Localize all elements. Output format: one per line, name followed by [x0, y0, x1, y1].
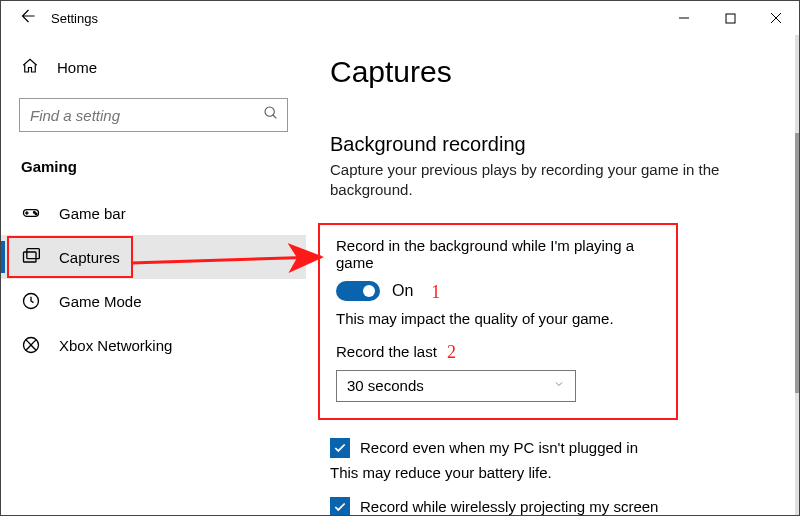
record-bg-toggle[interactable] [336, 281, 380, 301]
record-plugged-note: This may reduce your battery life. [330, 464, 775, 481]
svg-point-7 [34, 211, 36, 213]
sidebar-item-captures[interactable]: Captures [1, 235, 306, 279]
sidebar-item-xbox-networking[interactable]: Xbox Networking [1, 323, 306, 367]
close-button[interactable] [753, 3, 799, 33]
annotation-callout-1: 1 [431, 282, 440, 303]
minimize-icon [678, 12, 690, 24]
impact-note: This may impact the quality of your game… [336, 310, 660, 327]
background-recording-desc: Capture your previous plays by recording… [330, 160, 760, 201]
svg-point-8 [35, 213, 37, 215]
svg-rect-10 [27, 249, 40, 259]
xbox-icon [21, 335, 41, 355]
checkmark-icon [333, 441, 347, 455]
record-bg-label: Record in the background while I'm playi… [336, 237, 660, 271]
annotation-callout-2: 2 [447, 342, 456, 362]
game-mode-icon [21, 291, 41, 311]
record-plugged-row: Record even when my PC isn't plugged in [330, 438, 775, 458]
nav-home-label: Home [57, 59, 97, 76]
svg-rect-9 [24, 252, 37, 262]
back-arrow-icon [18, 7, 36, 25]
titlebar: Settings [1, 1, 799, 35]
main-content: Captures Background recording Capture yo… [306, 35, 799, 515]
record-plugged-checkbox[interactable] [330, 438, 350, 458]
captures-icon [21, 247, 41, 267]
scrollbar-thumb[interactable] [795, 133, 799, 393]
nav-list: Game bar Captures Game Mode [1, 191, 306, 367]
window-title: Settings [51, 11, 98, 26]
background-recording-heading: Background recording [330, 133, 775, 156]
minimize-button[interactable] [661, 3, 707, 33]
record-plugged-label: Record even when my PC isn't plugged in [360, 439, 638, 456]
window-controls [661, 3, 799, 33]
search-icon [263, 105, 279, 125]
nav-home[interactable]: Home [1, 49, 306, 86]
search-wrap [1, 86, 306, 144]
maximize-button[interactable] [707, 3, 753, 33]
record-wireless-label: Record while wirelessly projecting my sc… [360, 498, 658, 515]
game-bar-icon [21, 203, 41, 223]
sidebar-item-label: Xbox Networking [59, 337, 172, 354]
toggle-state-label: On [392, 282, 413, 300]
search-box[interactable] [19, 98, 288, 132]
sidebar-item-label: Game bar [59, 205, 126, 222]
record-wireless-checkbox[interactable] [330, 497, 350, 516]
search-input[interactable] [30, 107, 263, 124]
home-icon [21, 57, 39, 78]
svg-line-5 [273, 115, 276, 118]
close-icon [770, 12, 782, 24]
sidebar-item-game-bar[interactable]: Game bar [1, 191, 306, 235]
toggle-knob [363, 285, 375, 297]
checkmark-icon [333, 500, 347, 514]
body: Home Gaming Game bar [1, 35, 799, 515]
settings-window: Settings Home [0, 0, 800, 516]
maximize-icon [725, 13, 736, 24]
annotation-highlight-recording: Record in the background while I'm playi… [318, 223, 678, 420]
record-last-select[interactable]: 30 seconds [336, 370, 576, 402]
record-last-value: 30 seconds [347, 377, 424, 394]
back-button[interactable] [9, 7, 45, 30]
sidebar: Home Gaming Game bar [1, 35, 306, 515]
sidebar-item-label: Game Mode [59, 293, 142, 310]
sidebar-item-label: Captures [59, 249, 120, 266]
svg-rect-1 [726, 14, 735, 23]
record-last-label: Record the last 2 [336, 341, 660, 362]
sidebar-section-title: Gaming [1, 144, 306, 185]
record-wireless-row: Record while wirelessly projecting my sc… [330, 497, 775, 516]
chevron-down-icon [553, 378, 565, 393]
sidebar-item-game-mode[interactable]: Game Mode [1, 279, 306, 323]
svg-point-4 [265, 107, 274, 116]
page-title: Captures [330, 55, 775, 89]
